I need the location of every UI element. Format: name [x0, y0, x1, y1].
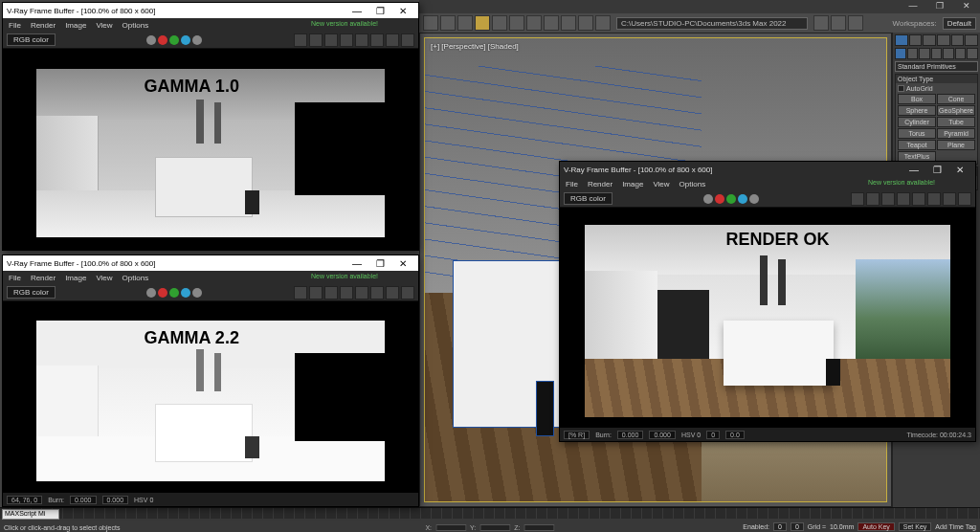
vfb3-render-canvas[interactable]: RENDER OK	[560, 208, 975, 428]
toolbar-render-setup-button[interactable]	[831, 15, 846, 31]
vfb3-menu-render[interactable]: Render	[588, 180, 612, 188]
vfb1-minimize-button[interactable]: —	[345, 6, 368, 16]
setkey-button[interactable]: Set Key	[899, 522, 932, 531]
cat-spacewarps[interactable]	[955, 48, 967, 59]
vfb3-red-channel-button[interactable]	[715, 194, 724, 204]
vfb1-save-button[interactable]	[294, 33, 307, 47]
vfb3-green-channel-button[interactable]	[726, 194, 736, 204]
vfb1-channel-dropdown[interactable]: RGB color	[7, 33, 56, 46]
vfb3-titlebar[interactable]: V-Ray Frame Buffer - [100.0% of 800 x 60…	[560, 162, 975, 177]
vfb1-menu-options[interactable]: Options	[122, 21, 149, 30]
vfb3-menu-options[interactable]: Options	[679, 180, 706, 188]
cat-systems[interactable]	[967, 48, 978, 59]
vfb1-stop-button[interactable]	[386, 33, 399, 47]
vfb3-sb-burn[interactable]: 0.000	[617, 431, 644, 439]
vfb2-compare-button[interactable]	[340, 286, 353, 299]
vfb2-alpha-channel-button[interactable]	[192, 288, 202, 298]
vfb1-history-button[interactable]	[324, 33, 338, 47]
vfb2-menu-options[interactable]: Options	[122, 274, 149, 282]
autogrid-checkbox[interactable]: AutoGrid	[898, 85, 975, 92]
vfb1-menu-view[interactable]: View	[96, 21, 112, 30]
vfb2-close-button[interactable]: ✕	[391, 258, 414, 269]
vfb1-alpha-channel-button[interactable]	[192, 35, 202, 45]
vfb1-new-version-link[interactable]: New version available!	[311, 20, 378, 27]
cat-shapes[interactable]	[907, 48, 919, 59]
vfb3-mono-channel-button[interactable]	[703, 194, 713, 204]
primitive-cone-button[interactable]: Cone	[937, 94, 975, 104]
vfb1-menu-render[interactable]: Render	[31, 21, 56, 30]
vfb1-restore-button[interactable]: ❐	[368, 6, 391, 16]
vfb3-save-button[interactable]	[851, 192, 864, 206]
vfb3-blue-channel-button[interactable]	[738, 194, 747, 204]
vfb1-region-button[interactable]	[355, 33, 368, 47]
max-minimize-button[interactable]: —	[900, 0, 926, 13]
vfb1-green-channel-button[interactable]	[169, 35, 179, 45]
primitive-geosphere-button[interactable]: GeoSphere	[937, 105, 975, 116]
vfb3-minimize-button[interactable]: —	[902, 165, 925, 175]
max-close-button[interactable]: ✕	[953, 0, 980, 13]
vfb3-restore-button[interactable]: ❐	[925, 165, 948, 175]
vfb2-sb-burn[interactable]: 0.000	[70, 496, 97, 504]
vfb2-save-button[interactable]	[294, 286, 307, 299]
vfb3-close-button[interactable]: ✕	[948, 165, 971, 175]
vfb3-settings-button[interactable]	[958, 192, 971, 206]
tab-utilities[interactable]	[965, 34, 978, 46]
vfb3-history-button[interactable]	[881, 192, 895, 206]
vfb2-blue-channel-button[interactable]	[181, 288, 190, 298]
vfb2-history-button[interactable]	[324, 286, 338, 299]
vfb1-blue-channel-button[interactable]	[181, 35, 190, 45]
vfb1-settings-button[interactable]	[401, 33, 414, 47]
vfb2-titlebar[interactable]: V-Ray Frame Buffer - [100.0% of 800 x 60…	[3, 255, 418, 271]
viewport-label[interactable]: [+] [Perspective] [Shaded]	[431, 42, 519, 51]
vfb1-close-button[interactable]: ✕	[391, 6, 414, 16]
toolbar-material-editor-button[interactable]	[813, 15, 829, 31]
project-path-field[interactable]: C:\Users\STUDIO-PC\Documents\3ds Max 202…	[616, 17, 808, 30]
vfb2-restore-button[interactable]: ❐	[368, 258, 391, 269]
vfb2-mono-channel-button[interactable]	[146, 288, 156, 298]
tab-display[interactable]	[951, 34, 965, 46]
toolbar-mirror-button[interactable]	[578, 15, 593, 31]
max-restore-button[interactable]: ❐	[926, 0, 953, 13]
vfb3-render-button[interactable]	[927, 192, 941, 206]
cat-cameras[interactable]	[931, 48, 943, 59]
vfb2-stop-button[interactable]	[386, 286, 399, 299]
vfb3-alpha-channel-button[interactable]	[749, 194, 759, 204]
vfb2-clear-button[interactable]	[309, 286, 323, 299]
toolbar-scale-button[interactable]	[526, 15, 542, 31]
tab-create[interactable]	[895, 34, 908, 46]
vfb2-menu-view[interactable]: View	[96, 274, 112, 282]
vfb1-menu-file[interactable]: File	[9, 21, 21, 30]
toolbar-redo-button[interactable]	[440, 15, 456, 31]
vfb3-sb-gamma[interactable]: 0.000	[649, 431, 676, 439]
vfb1-render-canvas[interactable]: GAMMA 1.0	[3, 49, 418, 250]
vfb1-mono-channel-button[interactable]	[146, 35, 156, 45]
vfb1-red-channel-button[interactable]	[158, 35, 167, 45]
toolbar-render-button[interactable]	[848, 15, 863, 31]
vfb2-channel-dropdown[interactable]: RGB color	[7, 286, 56, 299]
primitive-teapot-button[interactable]: Teapot	[898, 140, 936, 150]
cat-geometry[interactable]	[895, 48, 906, 59]
primitive-sphere-button[interactable]: Sphere	[898, 105, 936, 116]
coord-z-field[interactable]	[524, 524, 555, 531]
toolbar-rotate-button[interactable]	[509, 15, 524, 31]
autokey-button[interactable]: Auto Key	[858, 522, 894, 531]
toolbar-snap-button[interactable]	[544, 15, 559, 31]
tab-motion[interactable]	[937, 34, 950, 46]
vfb2-menu-image[interactable]: Image	[65, 274, 86, 282]
primitive-pyramid-button[interactable]: Pyramid	[937, 128, 975, 139]
tab-modify[interactable]	[909, 34, 923, 46]
vfb2-menu-file[interactable]: File	[9, 274, 21, 282]
toolbar-angle-snap-button[interactable]	[561, 15, 576, 31]
vfb2-green-channel-button[interactable]	[169, 288, 179, 298]
cat-lights[interactable]	[919, 48, 930, 59]
cat-helpers[interactable]	[943, 48, 954, 59]
vfb2-new-version-link[interactable]: New version available!	[311, 273, 378, 279]
toolbar-link-button[interactable]	[457, 15, 473, 31]
vfb3-menu-view[interactable]: View	[653, 180, 669, 188]
vfb3-stop-button[interactable]	[943, 192, 956, 206]
vfb1-menu-image[interactable]: Image	[65, 21, 86, 30]
vfb3-channel-dropdown[interactable]: RGB color	[564, 192, 612, 205]
vfb3-menu-image[interactable]: Image	[622, 180, 643, 188]
vfb2-sb-gamma[interactable]: 0.000	[102, 496, 129, 504]
toolbar-move-button[interactable]	[492, 15, 507, 31]
